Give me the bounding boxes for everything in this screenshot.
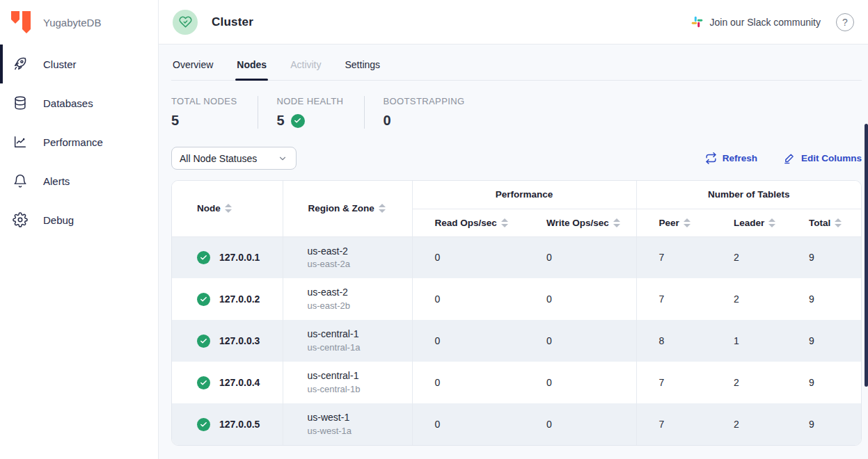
peer-tablets-value: 7 [636, 403, 711, 445]
node-zone: us-west-1a [308, 426, 412, 437]
sort-icon [613, 218, 620, 227]
column-header-peer[interactable]: Peer [636, 209, 711, 236]
sidebar-item-databases[interactable]: Databases [0, 83, 158, 122]
database-icon [13, 95, 28, 111]
node-zone: us-east-2b [308, 300, 412, 312]
refresh-icon [705, 152, 717, 164]
sort-icon [684, 218, 691, 227]
node-region: us-central-1 [308, 328, 412, 340]
stat-total-nodes: TOTAL NODES 5 [171, 96, 258, 129]
peer-tablets-value: 7 [636, 236, 711, 278]
main-panel: Cluster Join our Slack community ? [159, 0, 868, 459]
node-zone: us-central-1b [308, 384, 412, 396]
sort-icon [225, 204, 232, 213]
node-address: 127.0.0.5 [219, 419, 260, 430]
vertical-scrollbar[interactable] [865, 124, 868, 387]
read-ops-value: 0 [412, 403, 524, 445]
table-toolbar: All Node Statuses Refresh [171, 147, 862, 170]
column-header-region-zone[interactable]: Region & Zone [283, 181, 412, 236]
sidebar-item-label: Databases [43, 97, 93, 109]
help-icon[interactable]: ? [836, 13, 854, 31]
total-tablets-value: 9 [787, 320, 861, 362]
table-row[interactable]: 127.0.0.3 us-central-1 us-central-1a 0 0… [172, 320, 861, 362]
sidebar-item-label: Alerts [43, 175, 70, 187]
table-row[interactable]: 127.0.0.5 us-west-1 us-west-1a 0 0 7 2 9 [172, 403, 861, 445]
column-header-total[interactable]: Total [787, 209, 861, 236]
edit-columns-label: Edit Columns [801, 153, 862, 163]
leader-tablets-value: 2 [711, 362, 787, 403]
table-row[interactable]: 127.0.0.1 us-east-2 us-east-2a 0 0 7 2 9 [172, 236, 861, 278]
leader-tablets-value: 1 [711, 320, 787, 362]
edit-columns-button[interactable]: Edit Columns [784, 152, 862, 164]
write-ops-value: 0 [524, 362, 636, 403]
node-status-filter[interactable]: All Node Statuses [171, 147, 297, 170]
sort-icon [379, 204, 386, 213]
column-header-write-ops[interactable]: Write Ops/sec [524, 209, 636, 236]
sidebar: YugabyteDB Cluster [0, 0, 159, 459]
node-healthy-icon [197, 376, 210, 389]
tab-nodes[interactable]: Nodes [235, 59, 268, 80]
sidebar-item-cluster[interactable]: Cluster [0, 45, 158, 83]
health-check-icon [291, 114, 305, 128]
write-ops-value: 0 [524, 403, 636, 445]
column-header-read-ops[interactable]: Read Ops/sec [412, 209, 524, 236]
peer-tablets-value: 7 [636, 362, 711, 403]
table-body: 127.0.0.1 us-east-2 us-east-2a 0 0 7 2 9… [172, 236, 861, 445]
sidebar-item-debug[interactable]: Debug [0, 200, 158, 239]
leader-tablets-value: 2 [711, 278, 787, 320]
node-region: us-east-2 [308, 245, 412, 257]
stat-label: NODE HEALTH [276, 96, 343, 106]
column-group-tablets: Number of Tablets [636, 181, 861, 209]
node-address: 127.0.0.4 [219, 377, 260, 388]
sidebar-item-label: Debug [43, 214, 74, 226]
sidebar-item-label: Performance [43, 136, 103, 148]
sort-icon [501, 218, 508, 227]
refresh-button[interactable]: Refresh [705, 152, 757, 164]
table-row[interactable]: 127.0.0.4 us-central-1 us-central-1b 0 0… [172, 362, 861, 403]
tab-settings[interactable]: Settings [344, 59, 382, 80]
column-header-leader[interactable]: Leader [711, 209, 787, 236]
slack-link-label: Join our Slack community [709, 17, 821, 28]
node-healthy-icon [197, 293, 210, 306]
read-ops-value: 0 [412, 278, 524, 320]
refresh-label: Refresh [723, 153, 757, 163]
read-ops-value: 0 [412, 236, 524, 278]
stat-node-health: NODE HEALTH 5 [276, 96, 365, 129]
cluster-health-icon [173, 10, 198, 35]
tab-overview[interactable]: Overview [171, 59, 214, 80]
stat-bootstrapping: BOOTSTRAPPING 0 [383, 96, 485, 129]
stats-row: TOTAL NODES 5 NODE HEALTH 5 BOOTSTRAPPIN… [171, 96, 862, 129]
write-ops-value: 0 [524, 278, 636, 320]
stat-value: 5 [171, 113, 237, 129]
sort-icon [835, 218, 842, 227]
table-row[interactable]: 127.0.0.2 us-east-2 us-east-2b 0 0 7 2 9 [172, 278, 861, 320]
brand-header: YugabyteDB [0, 0, 158, 45]
peer-tablets-value: 7 [636, 278, 711, 320]
sidebar-item-performance[interactable]: Performance [0, 122, 158, 161]
bell-icon [13, 173, 28, 188]
write-ops-value: 0 [524, 320, 636, 362]
slack-community-link[interactable]: Join our Slack community [691, 16, 821, 28]
tab-activity[interactable]: Activity [289, 59, 322, 80]
nodes-table: Node Region & Zone Performance Number of… [171, 180, 862, 446]
node-address: 127.0.0.1 [219, 252, 260, 263]
slack-icon [691, 16, 703, 28]
node-healthy-icon [197, 251, 210, 264]
chevron-down-icon [278, 154, 287, 163]
node-healthy-icon [197, 418, 210, 431]
sidebar-item-alerts[interactable]: Alerts [0, 161, 158, 200]
total-tablets-value: 9 [787, 362, 861, 403]
total-tablets-value: 9 [787, 403, 861, 445]
column-header-node[interactable]: Node [172, 181, 283, 236]
stat-label: BOOTSTRAPPING [383, 96, 464, 106]
sort-icon [768, 218, 775, 227]
pencil-icon [784, 152, 796, 164]
tab-bar: Overview Nodes Activity Settings [171, 45, 862, 81]
write-ops-value: 0 [524, 236, 636, 278]
brand-name: YugabyteDB [43, 17, 101, 29]
stat-value: 0 [383, 113, 464, 129]
rocket-icon [13, 56, 28, 72]
read-ops-value: 0 [412, 320, 524, 362]
node-region: us-west-1 [308, 411, 412, 424]
yugabytedb-logo-icon [10, 10, 32, 34]
